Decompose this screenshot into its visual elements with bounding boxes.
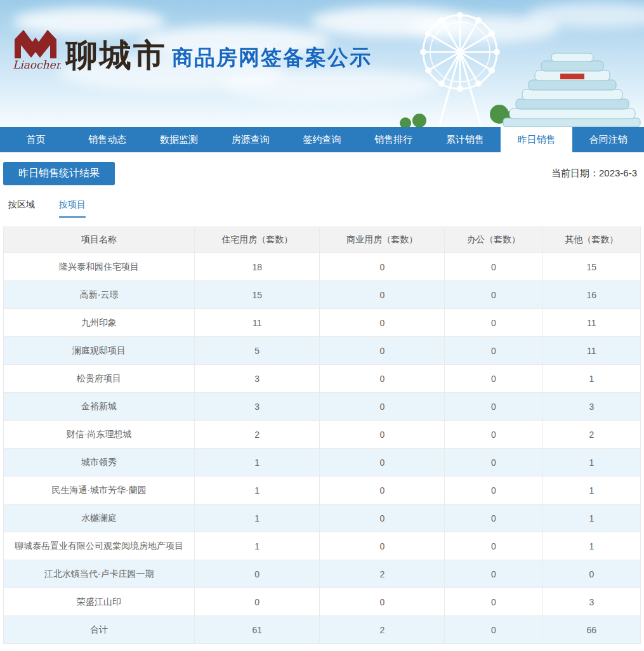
count-cell: 1 bbox=[542, 365, 640, 393]
table-row: 九州印象110011 bbox=[4, 309, 641, 337]
count-cell: 0 bbox=[445, 616, 542, 644]
site-title: 商品房网签备案公示 bbox=[172, 47, 372, 71]
count-cell: 0 bbox=[320, 588, 445, 616]
table-row: 澜庭观邸项目50011 bbox=[4, 337, 641, 365]
count-cell: 1 bbox=[542, 449, 640, 477]
main-nav: 首页销售动态数据监测房源查询签约查询销售排行累计销售昨日销售合同注销 bbox=[0, 127, 644, 152]
table-row: 聊城泰岳置业有限公司观棠阅境房地产项目1001 bbox=[4, 532, 641, 560]
banner-illustration bbox=[365, 0, 644, 127]
count-cell: 1 bbox=[195, 504, 320, 532]
count-cell: 0 bbox=[320, 532, 445, 560]
count-cell: 11 bbox=[542, 337, 640, 365]
table-row: 城市领秀1001 bbox=[4, 449, 641, 477]
count-cell: 0 bbox=[445, 365, 542, 393]
column-header: 办公（套数） bbox=[445, 227, 542, 253]
count-cell: 1 bbox=[195, 477, 320, 504]
count-cell: 3 bbox=[195, 365, 320, 393]
city-name: 聊城市 bbox=[66, 39, 167, 71]
count-cell: 1 bbox=[542, 477, 640, 504]
count-cell: 3 bbox=[195, 393, 320, 421]
nav-item-home[interactable]: 首页 bbox=[0, 127, 72, 152]
count-cell: 15 bbox=[542, 253, 640, 281]
count-cell: 0 bbox=[195, 588, 320, 616]
table-row: 松贵府项目3001 bbox=[4, 365, 641, 393]
count-cell: 0 bbox=[445, 532, 542, 560]
count-cell: 0 bbox=[445, 449, 542, 477]
count-cell: 2 bbox=[195, 421, 320, 449]
title-row: 昨日销售统计结果 当前日期：2023-6-3 bbox=[3, 162, 641, 185]
count-cell: 0 bbox=[445, 504, 542, 532]
table-body: 隆兴泰和园住宅项目180015高新·云璟150016九州印象110011澜庭观邸… bbox=[4, 253, 641, 644]
count-cell: 66 bbox=[542, 616, 640, 644]
project-name-cell: 高新·云璟 bbox=[4, 281, 195, 309]
count-cell: 0 bbox=[445, 281, 542, 309]
project-name-cell: 聊城泰岳置业有限公司观棠阅境房地产项目 bbox=[4, 532, 195, 560]
table-row: 金裕新城3003 bbox=[4, 393, 641, 421]
count-cell: 61 bbox=[195, 616, 320, 644]
count-cell: 0 bbox=[445, 309, 542, 337]
column-header: 住宅用房（套数） bbox=[195, 227, 320, 253]
count-cell: 0 bbox=[320, 393, 445, 421]
table-row: 民生海通·城市芳华·蘭园1001 bbox=[4, 477, 641, 504]
count-cell: 1 bbox=[195, 449, 320, 477]
project-name-cell: 澜庭观邸项目 bbox=[4, 337, 195, 365]
count-cell: 16 bbox=[542, 281, 640, 309]
column-header: 其他（套数） bbox=[542, 227, 640, 253]
nav-item-contract-cancellation[interactable]: 合同注销 bbox=[572, 127, 644, 152]
table-row: 财信·尚东理想城2002 bbox=[4, 421, 641, 449]
count-cell: 11 bbox=[542, 309, 640, 337]
current-date: 当前日期：2023-6-3 bbox=[551, 168, 641, 180]
nav-item-sales-ranking[interactable]: 销售排行 bbox=[358, 127, 430, 152]
count-cell: 5 bbox=[195, 337, 320, 365]
main-content: 昨日销售统计结果 当前日期：2023-6-3 按区域按项目 项目名称住宅用房（套… bbox=[0, 152, 644, 644]
tab-by-district[interactable]: 按区域 bbox=[8, 199, 35, 218]
site-banner: Liaocheng 聊城市 商品房网签备案公示 bbox=[0, 0, 644, 127]
count-cell: 0 bbox=[320, 449, 445, 477]
count-cell: 0 bbox=[445, 588, 542, 616]
count-cell: 2 bbox=[542, 421, 640, 449]
count-cell: 2 bbox=[320, 616, 445, 644]
project-name-cell: 松贵府项目 bbox=[4, 365, 195, 393]
count-cell: 0 bbox=[445, 253, 542, 281]
nav-item-listing-query[interactable]: 房源查询 bbox=[214, 127, 286, 152]
nav-item-data-monitoring[interactable]: 数据监测 bbox=[143, 127, 215, 152]
table-header-row: 项目名称住宅用房（套数）商业用房（套数）办公（套数）其他（套数） bbox=[4, 227, 641, 253]
ferris-wheel-icon bbox=[423, 15, 497, 124]
building-illustration bbox=[503, 53, 640, 127]
nav-item-yesterday-sales[interactable]: 昨日销售 bbox=[501, 127, 572, 152]
count-cell: 1 bbox=[542, 532, 640, 560]
project-name-cell: 水樾澜庭 bbox=[4, 504, 195, 532]
project-name-cell: 城市领秀 bbox=[4, 449, 195, 477]
count-cell: 0 bbox=[320, 504, 445, 532]
count-cell: 0 bbox=[320, 421, 445, 449]
table-row: 合计612066 bbox=[4, 616, 641, 644]
count-cell: 0 bbox=[320, 477, 445, 504]
count-cell: 0 bbox=[542, 560, 640, 588]
count-cell: 2 bbox=[320, 560, 445, 588]
table-row: 隆兴泰和园住宅项目180015 bbox=[4, 253, 641, 281]
count-cell: 3 bbox=[542, 393, 640, 421]
project-name-cell: 荣盛江山印 bbox=[4, 588, 195, 616]
project-name-cell: 九州印象 bbox=[4, 309, 195, 337]
count-cell: 0 bbox=[320, 309, 445, 337]
count-cell: 0 bbox=[320, 337, 445, 365]
count-cell: 0 bbox=[320, 365, 445, 393]
svg-text:Liaocheng: Liaocheng bbox=[13, 58, 61, 71]
page-title: 昨日销售统计结果 bbox=[3, 162, 115, 185]
nav-item-sales-dynamics[interactable]: 销售动态 bbox=[72, 127, 143, 152]
count-cell: 0 bbox=[445, 393, 542, 421]
project-name-cell: 财信·尚东理想城 bbox=[4, 421, 195, 449]
count-cell: 15 bbox=[195, 281, 320, 309]
table-row: 荣盛江山印0003 bbox=[4, 588, 641, 616]
count-cell: 0 bbox=[195, 560, 320, 588]
count-cell: 0 bbox=[445, 337, 542, 365]
tab-by-project[interactable]: 按项目 bbox=[59, 199, 86, 218]
column-header: 项目名称 bbox=[4, 227, 195, 253]
table-row: 水樾澜庭1001 bbox=[4, 504, 641, 532]
count-cell: 1 bbox=[542, 504, 640, 532]
column-header: 商业用房（套数） bbox=[320, 227, 445, 253]
project-name-cell: 民生海通·城市芳华·蘭园 bbox=[4, 477, 195, 504]
nav-item-cumulative-sales[interactable]: 累计销售 bbox=[430, 127, 501, 152]
count-cell: 0 bbox=[320, 281, 445, 309]
nav-item-contract-query[interactable]: 签约查询 bbox=[286, 127, 358, 152]
